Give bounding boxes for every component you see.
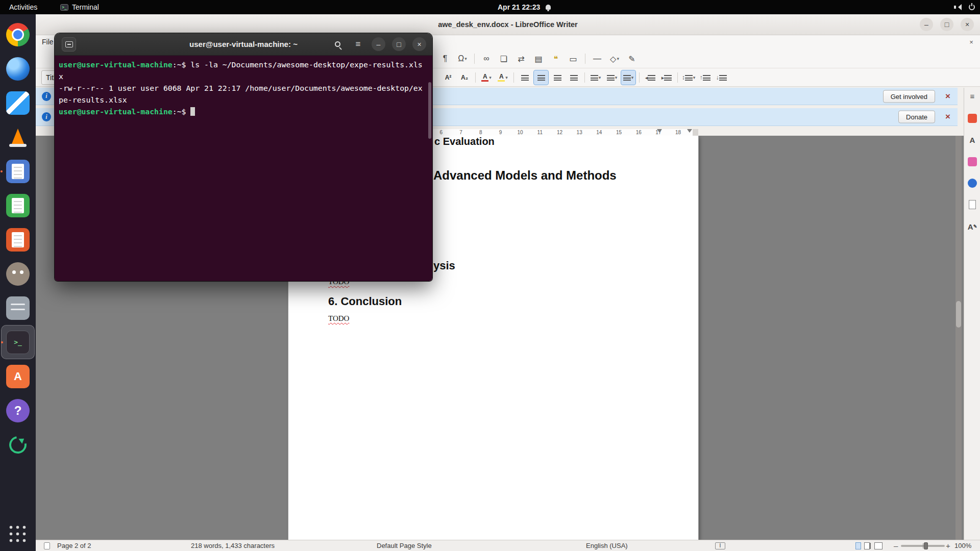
selection-mode-icon[interactable]: I (715, 542, 725, 549)
line-spacing-icon (685, 75, 693, 81)
activities-button[interactable]: Activities (9, 0, 37, 14)
outline-list-button[interactable]: ▾ (621, 70, 635, 85)
writer-titlebar[interactable]: awe_desk_env.docx - LibreOffice Writer –… (36, 14, 980, 35)
writer-maximize-button[interactable]: □ (940, 18, 953, 31)
insert-text-box-button[interactable]: ▭ (566, 52, 580, 66)
system-tray[interactable] (954, 0, 975, 14)
properties-icon[interactable] (967, 113, 978, 124)
unordered-list-button[interactable]: ▾ (589, 70, 603, 85)
book-view-icon[interactable] (874, 542, 883, 549)
navigator-icon[interactable] (967, 178, 978, 189)
chevron-down-icon: ▾ (505, 75, 508, 80)
writer-window-title: awe_desk_env.docx - LibreOffice Writer (36, 14, 980, 35)
insert-bookmark-button[interactable]: ❏ (497, 52, 511, 66)
hamburger-icon: ≡ (356, 39, 361, 49)
zoom-slider[interactable] (901, 545, 945, 547)
increase-paragraph-spacing-button[interactable]: ↑ (698, 70, 712, 85)
terminal-maximize-button[interactable]: □ (392, 37, 406, 51)
align-right-icon (554, 75, 561, 81)
insert-footnote-button[interactable]: ▤ (531, 52, 546, 66)
terminal-minimize-button[interactable]: – (372, 37, 385, 51)
decrease-indent-button[interactable]: ◂ (643, 70, 657, 85)
single-page-view-icon[interactable] (855, 542, 861, 549)
chevron-down-icon: ▾ (464, 56, 467, 61)
dock-item-chrome[interactable] (1, 17, 35, 52)
dock-item-writer[interactable] (1, 154, 35, 188)
highlight-color-icon: A (498, 73, 505, 82)
horizontal-line-button[interactable]: — (590, 52, 604, 66)
highlight-color-button[interactable]: A▾ (496, 70, 510, 85)
scrollbar-thumb[interactable] (956, 301, 961, 328)
zoom-out-button[interactable]: – (894, 540, 898, 551)
dock-item-software-updater[interactable] (1, 428, 35, 462)
increase-indent-button[interactable]: ▸ (659, 70, 674, 85)
insert-cross-reference-button[interactable]: ⇄ (514, 52, 528, 66)
align-center-button[interactable] (534, 70, 548, 85)
dock-item-vlc[interactable] (1, 120, 35, 154)
dock-item-app-center[interactable]: A (1, 359, 35, 393)
insert-comment-button[interactable]: ❝ (549, 52, 563, 66)
pencil-icon: ✎ (628, 54, 635, 64)
indent-marker[interactable] (687, 129, 692, 133)
search-button[interactable] (331, 37, 345, 51)
power-icon[interactable] (969, 4, 975, 10)
menu-file[interactable]: File (42, 35, 54, 49)
subscript-button[interactable]: A₂ (457, 70, 472, 85)
dock-item-firefox[interactable] (1, 52, 35, 86)
freeform-line-button[interactable]: ✎ (625, 52, 639, 66)
donate-button[interactable]: Donate (898, 111, 935, 123)
dock-item-calc[interactable] (1, 188, 35, 222)
get-involved-button[interactable]: Get involved (883, 90, 935, 103)
writer-minimize-button[interactable]: – (920, 18, 933, 31)
sidebar-settings-icon[interactable]: ≡ (967, 90, 978, 102)
font-color-button[interactable]: A▾ (479, 70, 494, 85)
document-scrollbar[interactable] (955, 136, 962, 540)
volume-icon[interactable] (954, 4, 962, 10)
clock-button[interactable]: Apr 21 22:23 (498, 0, 551, 14)
style-inspector-icon[interactable]: A✎ (967, 221, 978, 232)
dock-item-impress[interactable] (1, 222, 35, 257)
dock-item-files[interactable] (1, 291, 35, 325)
terminal-scrollbar[interactable] (428, 82, 431, 139)
align-left-button[interactable] (518, 70, 532, 85)
dock-item-vscode[interactable] (1, 86, 35, 120)
page-deck-icon[interactable] (967, 199, 978, 210)
horizontal-line-icon: — (593, 54, 601, 63)
focused-app-indicator[interactable]: >_ Terminal (60, 0, 99, 14)
justify-button[interactable] (567, 70, 581, 85)
line-spacing-button[interactable]: ↕▾ (681, 70, 696, 85)
terminal-screen[interactable]: user@user-virtual-machine:~$ ls -la ~/Do… (55, 56, 432, 281)
language[interactable]: English (USA) (586, 540, 628, 551)
terminal-titlebar[interactable]: user@user-virtual-machine: ~ ≡ – □ × (55, 33, 432, 56)
dock-item-terminal[interactable]: >_ (1, 325, 35, 359)
zoom-slider-handle[interactable] (924, 542, 928, 549)
libreoffice-writer-icon (6, 160, 30, 183)
word-count[interactable]: 218 words, 1,433 characters (191, 540, 275, 551)
dock-item-help[interactable]: ? (1, 393, 35, 428)
insert-link-button[interactable]: ∞ (479, 52, 494, 66)
insert-special-character-button[interactable]: Ω▾ (455, 52, 470, 66)
dock-item-show-applications[interactable] (1, 517, 35, 551)
superscript-button[interactable]: A² (441, 70, 455, 85)
menu-button[interactable]: ≡ (351, 37, 365, 51)
ordered-list-button[interactable]: ▾ (605, 70, 619, 85)
writer-close-button[interactable]: × (961, 18, 974, 31)
align-right-button[interactable] (550, 70, 565, 85)
infobar-close-icon[interactable]: × (942, 111, 953, 122)
zoom-in-button[interactable]: + (946, 540, 950, 551)
styles-icon[interactable]: A (967, 134, 978, 145)
decrease-paragraph-spacing-button[interactable]: ↓ (714, 70, 728, 85)
unordered-list-icon (591, 75, 598, 81)
basic-shapes-button[interactable]: ◇▾ (607, 52, 622, 66)
zoom-level[interactable]: 100% (954, 540, 971, 551)
dock-item-gimp[interactable] (1, 257, 35, 291)
indent-marker[interactable] (657, 129, 662, 133)
formatting-marks-button[interactable]: ¶ (438, 52, 452, 66)
multi-page-view-icon[interactable] (864, 542, 870, 549)
terminal-close-button[interactable]: × (412, 37, 426, 51)
infobar-close-icon[interactable]: × (942, 91, 953, 102)
page-style[interactable]: Default Page Style (377, 540, 432, 551)
gallery-icon[interactable] (967, 156, 978, 167)
document-close-button[interactable]: × (967, 37, 976, 46)
page-count[interactable]: Page 2 of 2 (57, 540, 91, 551)
